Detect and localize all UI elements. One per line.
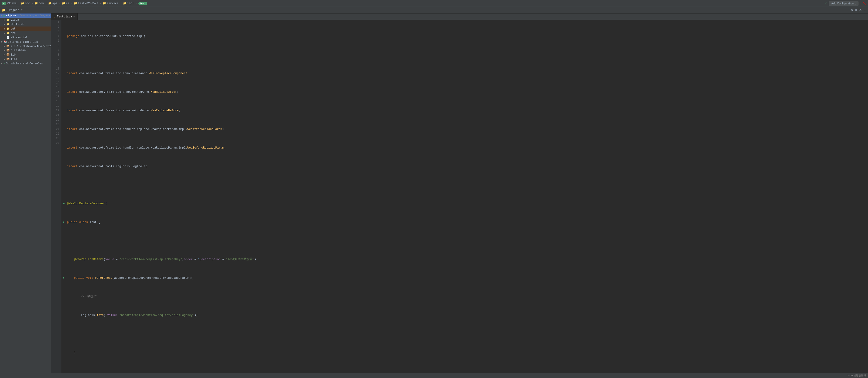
sep7: › (120, 2, 122, 5)
sidebar-label-lib1: lib1 (11, 58, 18, 61)
project-toolbar: 📁 Project ▼ ⊕ ≡ ⚙ − (0, 7, 868, 13)
status-bar: CSDN @是楚新吗 (0, 373, 868, 378)
bc-test[interactable]: 📁 test20200529 (74, 2, 98, 5)
line-num-11: 11 (52, 66, 59, 71)
sidebar-item-external-libs[interactable]: ▼ 📚 External Libraries (0, 40, 51, 44)
code-editor[interactable]: 1 2 3 4 5 6 7 8 9 10 11 12 13 14 15 16 1… (51, 20, 868, 373)
bc-api[interactable]: 📁 api (48, 2, 57, 5)
code-line-2 (63, 53, 868, 57)
sidebar-item-lib1[interactable]: ▶ 📦 lib1 (0, 57, 51, 61)
sidebar-item-out[interactable]: ▼ 📁 out (0, 27, 51, 31)
top-toolbar: e e9java › 📁 src › 📁 com › 📁 api › 📁 cs … (0, 0, 868, 7)
sidebar-label-meta-inf: META-INF (11, 23, 24, 26)
code-line-7: import com.weaverboot.frame.ioc.handler.… (63, 146, 868, 150)
sidebar-item-classbean[interactable]: ▶ 📦 classbean (0, 48, 51, 53)
tree-expand-icon: ▼ (1, 14, 3, 17)
arrow-indicator: ↑ (860, 0, 868, 7)
line-num-4: 4 (52, 34, 59, 39)
line-num-22: 22 (52, 118, 59, 122)
sidebar-label-lib: lib (11, 53, 16, 57)
line-num-17: 17 (52, 94, 59, 99)
sidebar-label-src: src (11, 32, 16, 35)
code-line-12 (63, 239, 868, 243)
code-line-4: import com.weaverboot.frame.ioc.anno.met… (63, 90, 868, 94)
sidebar-label-out: out (11, 27, 16, 30)
tree-expand-icon: ▼ (4, 27, 5, 30)
line-num-18: 18 (52, 99, 59, 104)
code-line-13: @WeaReplaceBefore(value = "/api/workflow… (63, 257, 868, 262)
sep5: › (71, 2, 72, 5)
jar-icon-jdk: 📦 (6, 44, 9, 48)
sidebar-label-e9java: e9java (6, 14, 16, 17)
java-file-icon: J (54, 15, 56, 18)
git-icon[interactable]: ✓ (825, 1, 827, 6)
sep8: › (135, 2, 137, 5)
tree-expand-icon: ▶ (4, 49, 5, 52)
bc-src[interactable]: 📁 src (21, 2, 30, 5)
code-content[interactable]: package com.api.cs.test20200529.service.… (61, 20, 868, 373)
bc-com[interactable]: 📁 com (34, 2, 44, 5)
sidebar-item-iml[interactable]: ▶ 📄 e9java.iml (0, 35, 51, 40)
main-area: ▼ ▣ e9java ~/work/project/e9java ▶ 📁 .id… (0, 13, 868, 373)
second-bar-icons: ⊕ ≡ ⚙ − (850, 8, 866, 12)
locate-icon[interactable]: ⊕ (850, 8, 853, 12)
line-num-26: 26 (52, 136, 59, 141)
line-num-1: 1 (52, 20, 59, 25)
brand-label: e9java (6, 2, 17, 5)
brand-area: e e9java (2, 2, 17, 5)
sidebar-item-scratches[interactable]: ▶ ✎ Scratches and Consoles (0, 61, 51, 66)
line-num-27: 27 (52, 141, 59, 146)
sidebar-label-scratches: Scratches and Consoles (6, 62, 43, 65)
sidebar-item-meta-inf[interactable]: ▶ 📁 META-INF (0, 22, 51, 27)
sidebar-item-lib[interactable]: ▶ 📦 lib (0, 53, 51, 57)
sidebar-item-idea[interactable]: ▶ 📁 .idea (0, 18, 51, 22)
sidebar-label-jdk: < 1.8 > /Library/Java/JavaVirtualMachine… (10, 45, 51, 48)
editor-tab-test[interactable]: J Test.java ✕ (51, 13, 78, 20)
sidebar-label-idea: .idea (11, 19, 19, 22)
folder-icon-idea: 📁 (6, 18, 10, 22)
line-num-24: 24 (52, 127, 59, 132)
tree-expand-icon: ▶ (4, 58, 5, 61)
sidebar-item-e9java[interactable]: ▼ ▣ e9java ~/work/project/e9java (0, 13, 51, 18)
sidebar-label-external-libs: External Libraries (8, 40, 38, 44)
line-num-12: 12 (52, 71, 59, 76)
bc-cs[interactable]: 📁 cs (62, 2, 69, 5)
expand-icon[interactable]: ≡ (855, 8, 858, 12)
line-num-21: 21 (52, 113, 59, 118)
sep3: › (45, 2, 47, 5)
line-num-14: 14 (52, 81, 59, 85)
add-configuration-button[interactable]: Add Configuration... (829, 1, 859, 6)
folder-icon-src: 📁 (6, 31, 10, 35)
tree-expand-icon: ▶ (4, 53, 5, 56)
jar-icon-lib1: 📦 (6, 57, 10, 61)
settings-icon[interactable]: ⚙ (859, 8, 862, 12)
line-num-15: 15 (52, 85, 59, 90)
bc-service[interactable]: 📁 service (102, 2, 118, 5)
line-numbers-gutter: 1 2 3 4 5 6 7 8 9 10 11 12 13 14 15 16 1… (51, 20, 61, 373)
module-icon: ▣ (3, 14, 5, 17)
tree-expand-icon: ▶ (4, 23, 5, 26)
collapse-icon[interactable]: − (863, 8, 866, 12)
line-num-8: 8 (52, 53, 59, 57)
tree-expand-icon: ▼ (1, 41, 3, 43)
sidebar-label-iml: e9java.iml (11, 36, 27, 39)
line-num-2: 2 (52, 25, 59, 29)
dropdown-arrow-icon[interactable]: ▼ (21, 9, 22, 11)
sidebar-item-src[interactable]: ▶ 📁 src (0, 31, 51, 35)
line-num-3: 3 (52, 29, 59, 34)
code-line-14: ▶ public void beforeTest(WeaBeforeReplac… (63, 276, 868, 280)
line-num-5: 5 (52, 39, 59, 43)
sidebar-item-jdk[interactable]: ▶ 📦 < 1.8 > /Library/Java/JavaVirtualMac… (0, 44, 51, 48)
status-right: CSDN @是楚新吗 (846, 374, 866, 377)
jar-icon-lib: 📦 (6, 53, 10, 57)
libs-icon: 📚 (3, 40, 7, 44)
tree-expand-icon: ▶ (4, 19, 5, 21)
bc-impl[interactable]: 📁 impl (123, 2, 134, 5)
line-num-20: 20 (52, 108, 59, 113)
code-line-11: ▶public class Test { (63, 220, 868, 225)
line-num-25: 25 (52, 132, 59, 136)
code-line-10: ▶@WeaIocReplaceComponent (63, 201, 868, 206)
line-num-23: 23 (52, 122, 59, 127)
code-line-18: } (63, 350, 868, 355)
tab-close-button[interactable]: ✕ (73, 15, 75, 18)
